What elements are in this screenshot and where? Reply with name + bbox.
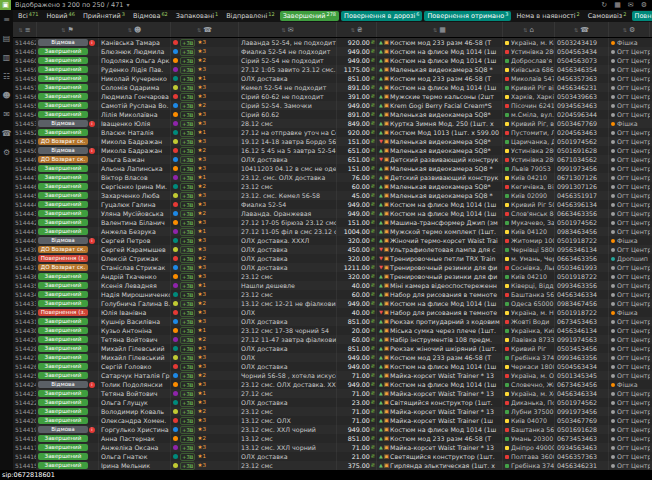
call-button[interactable]: +ЗВ (180, 228, 195, 236)
tab-5[interactable]: Відправлені12 (223, 11, 278, 21)
product-cell[interactable]: ▼ ▣ Тренировочные петли TRX Train (377, 254, 503, 263)
sort-icon[interactable]: ⇅ (61, 27, 65, 33)
customer-name[interactable]: Тетяна Войтович (99, 335, 171, 344)
status-badge[interactable]: Завершений (38, 462, 88, 469)
product-cell[interactable]: ▲ ▣ Маленькая видеокамера SQ8* (377, 146, 503, 155)
table-row[interactable]: 514427 Завершений Михайл Гілевський +ЗВ … (13, 353, 652, 362)
info-icon[interactable]: i (89, 382, 95, 388)
call-button[interactable]: +ЗВ (180, 462, 195, 470)
order-comment[interactable]: Сірий 52-54. Замочки (239, 101, 337, 110)
call-button[interactable]: +ЗВ (180, 147, 195, 155)
customer-phone[interactable]: 0673453463 (555, 434, 609, 443)
customer-name[interactable]: Гуцалюк Галина (99, 200, 171, 209)
customer-name[interactable]: Власюк Наталія (99, 128, 171, 137)
order-comment[interactable]: 13.12 смс. ХХЛ чорний (239, 443, 337, 452)
status-badge[interactable]: Відмова (38, 147, 88, 154)
tab-11[interactable]: Повн (632, 11, 652, 21)
tab-6[interactable]: Завершений278 (280, 11, 339, 21)
customer-phone[interactable]: 0501974562 (555, 398, 609, 407)
tab-7[interactable]: Повернення в дорозі6 (341, 11, 422, 21)
customer-phone[interactable]: 0991974563 (555, 335, 609, 344)
customer-name[interactable]: Кушнір Василівна (99, 317, 171, 326)
sort-icon[interactable]: ⇅ (433, 27, 437, 33)
sort-icon[interactable]: ⇅ (281, 27, 285, 33)
call-button[interactable]: +ЗВ (180, 417, 195, 425)
customer-name[interactable]: Людмила Гончарова (99, 92, 171, 101)
order-comment[interactable]: Чорний 56-58 , хотела искусст. (239, 371, 337, 380)
call-button[interactable]: +ЗВ (180, 57, 195, 65)
status-badge[interactable]: Завершений (38, 165, 88, 172)
status-badge[interactable]: Завершений (38, 372, 88, 379)
customer-phone[interactable]: 0503467769 (555, 416, 609, 425)
table-row[interactable]: 514457 Завершений Соломія Одарима +ЗВ ★3… (13, 83, 652, 92)
product-cell[interactable]: ▲ ▣ Krem Gogi Berry Facial Cream*S (377, 101, 503, 110)
status-badge[interactable]: Завершений (38, 66, 88, 73)
product-cell[interactable]: ▲ ▣ Рюкзак протиударний з кодовим (377, 317, 503, 326)
order-comment[interactable]: 23.12 смс (239, 290, 337, 299)
table-row[interactable]: 514459 Завершений Руденко Лідія Пав. +ЗВ… (13, 65, 652, 74)
column-header-comment-icon[interactable]: ⇅✉ (239, 22, 337, 37)
call-button[interactable]: +ЗВ (180, 453, 195, 461)
status-badge[interactable]: Завершений (38, 300, 88, 307)
table-row[interactable]: 514461 Завершений Блюзнюк Людмила +ЗВ ★3… (13, 47, 652, 56)
status-badge[interactable]: Завершений (38, 399, 88, 406)
customer-phone[interactable]: 0671034562 (555, 155, 609, 164)
table-row[interactable]: 514429 Завершений Тетяна Войтович +ЗВ ★2… (13, 335, 652, 344)
call-button[interactable]: +ЗВ (180, 354, 195, 362)
customer-phone[interactable]: 0993463356 (555, 281, 609, 290)
call-button[interactable]: +ЗВ (180, 363, 195, 371)
table-row[interactable]: 514444 Завершений Гуцалюк Галина +ЗВ ★3 … (13, 200, 652, 209)
call-button[interactable]: +ЗВ (180, 318, 195, 326)
customer-name[interactable]: Надія Мирошниченко (99, 290, 171, 299)
status-badge[interactable]: Завершений (38, 174, 88, 181)
table-row[interactable]: 514432 Повернення (з. Юлія Іванівна +ЗВ … (13, 308, 652, 317)
product-cell[interactable]: ▲ ▣ Світящийся конструктор (1шт. (377, 398, 503, 407)
call-button[interactable]: +ЗВ (180, 246, 195, 254)
sidebar-settings-icon[interactable]: ⚙ (3, 149, 10, 157)
table-row[interactable]: 514455 Завершений Самотій Руслана Во. +З… (13, 101, 652, 110)
status-badge[interactable]: Завершений (38, 93, 88, 100)
table-row[interactable]: 514419 Відмова i Горгулько Христина +ЗВ … (13, 425, 652, 434)
product-cell[interactable]: ▲ ▣ Костюм на флисе Мод 1014 (1ш (377, 56, 503, 65)
info-icon[interactable]: i (89, 238, 95, 244)
status-badge[interactable]: Завершений (38, 183, 88, 190)
customer-phone[interactable]: 0501974562 (555, 218, 609, 227)
customer-phone[interactable]: 0456346334 (555, 290, 609, 299)
tab-4[interactable]: Запаковані1 (173, 11, 221, 21)
sort-icon[interactable]: ⇅ (623, 27, 627, 33)
product-cell[interactable]: ▲ ▣ Детский развивающий конструк (377, 173, 503, 182)
customer-name[interactable]: Николай Кучеренко (99, 74, 171, 83)
order-comment[interactable]: ОЛХ доставка (239, 452, 337, 461)
product-cell[interactable]: ▲ ▣ Мужские термо кальсоны (2шт (377, 92, 503, 101)
customer-name[interactable]: Канівська Тамара (99, 38, 171, 47)
order-comment[interactable]: ОЛХ (239, 353, 337, 362)
customer-name[interactable]: Ірина Мельник (99, 461, 171, 470)
info-icon[interactable]: i (89, 40, 95, 46)
customer-name[interactable]: Ольга Гнатюк (99, 452, 171, 461)
product-cell[interactable]: ▲ ▣ Маленькая видеокамера SQ8* (377, 182, 503, 191)
order-comment[interactable]: 27.12 1:05 завито 23.12 смс. 52- (239, 65, 337, 74)
order-comment[interactable]: 19.12 14-18 завтра Бордо 56-58 (239, 137, 337, 146)
customer-name[interactable]: Голубнича Галина В. (99, 299, 171, 308)
sidebar-menu-icon[interactable]: ≡ (3, 16, 10, 24)
table-row[interactable]: 514437 ДО Возврат ск. Станіслав Стрижак … (13, 263, 652, 272)
order-comment[interactable]: ОЛХ доставка (239, 155, 337, 164)
product-cell[interactable]: ▲ ▣ Майка-корсет Waist Trainer * 13 (377, 407, 503, 416)
table-row[interactable]: 514452 Завершений Власюк Наталія +ЗВ ★1 … (13, 128, 652, 137)
status-badge[interactable]: Завершений (38, 129, 88, 136)
customer-phone[interactable]: 0671307126 (555, 173, 609, 182)
status-badge[interactable]: Завершений (38, 228, 88, 235)
status-badge[interactable]: Завершений (38, 453, 88, 460)
customer-name[interactable]: Микола Бадражан (99, 137, 171, 146)
status-badge[interactable]: Завершений (38, 327, 88, 334)
table-row[interactable]: 514441 Завершений Анжела Безрука +ЗВ ★1 … (13, 227, 652, 236)
column-header-product-icon[interactable]: ⇅▦ (377, 22, 503, 37)
order-comment[interactable]: ОЛХ доставка (239, 74, 337, 83)
order-comment[interactable]: 23.12 смс. ОЛХ доставка. ХХХЛ (239, 380, 337, 389)
status-badge[interactable]: Завершений (38, 192, 88, 199)
customer-name[interactable]: Михайл Гілевський (99, 344, 171, 353)
customer-name[interactable]: Анжела Безрука (99, 227, 171, 236)
product-cell[interactable]: ▲ ▣ Маленькая видеокамера SQ8 * (377, 191, 503, 200)
status-badge[interactable]: Завершений (38, 75, 88, 82)
product-cell[interactable]: ▲ ▣ Костюм на флисе Мод 1014 (1ш (377, 299, 503, 308)
